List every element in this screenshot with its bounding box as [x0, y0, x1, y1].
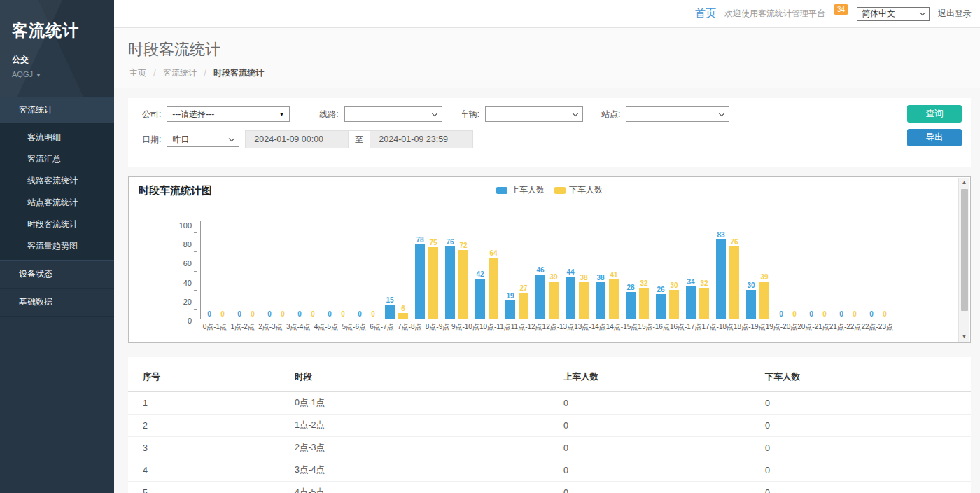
notification-badge[interactable]: 34	[834, 4, 848, 15]
x-axis-label: 7点-8点	[396, 319, 424, 332]
table-cell: 0	[558, 482, 760, 493]
sidebar-item-2[interactable]: 客流汇总	[0, 148, 114, 170]
company-select[interactable]: ---请选择--- ▼	[167, 106, 290, 122]
breadcrumb-home[interactable]: 主页	[130, 68, 146, 78]
bar-column: 76	[729, 238, 739, 319]
bar-value-label: 32	[640, 279, 648, 287]
sidebar-item-1[interactable]: 客流明细	[0, 127, 114, 148]
bar-value-label: 72	[459, 242, 467, 249]
table-row: 43点-4点00	[128, 459, 971, 482]
bar	[489, 258, 498, 319]
topbar: 首页 欢迎使用客流统计管理平台 34 简体中文 退出登录	[114, 0, 980, 28]
table-cell: 0	[760, 459, 971, 482]
bar-column: 15	[385, 296, 395, 319]
bar	[729, 246, 739, 319]
y-tick-label: 40	[183, 279, 192, 287]
sidebar-item-3[interactable]: 线路客流统计	[0, 170, 114, 192]
sidebar-item-5[interactable]: 时段客流统计	[0, 214, 114, 235]
bar-column: 27	[519, 284, 528, 319]
filter-row-1: 公司: ---请选择--- ▼ 线路: 车辆: 站点:	[142, 106, 960, 122]
bar-group: 00	[773, 310, 803, 319]
bar-group: 3841	[592, 271, 622, 319]
scrollbar-thumb[interactable]	[961, 189, 968, 311]
legend-item-1[interactable]: 下车人数	[554, 184, 603, 196]
bar-column: 30	[746, 282, 756, 319]
legend-label: 下车人数	[569, 184, 603, 196]
bar	[746, 290, 756, 319]
language-select[interactable]: 简体中文	[857, 7, 930, 21]
sidebar-section-passenger-flow[interactable]: 客流统计	[0, 97, 114, 124]
bar-group: 156	[382, 296, 412, 319]
logout-link[interactable]: 退出登录	[938, 8, 972, 20]
bar-value-label: 38	[580, 274, 587, 282]
bar-value-label: 0	[298, 310, 302, 318]
x-axis-label: 10点-11点	[479, 319, 511, 332]
breadcrumb-passenger-flow[interactable]: 客流统计	[163, 68, 197, 78]
filter-row-2: 日期: 昨日 2024-01-09 00:00 至 2024-01-09 23:…	[142, 130, 960, 148]
table-header-2: 上车人数	[558, 364, 760, 392]
bar-value-label: 42	[476, 270, 484, 278]
vehicle-select[interactable]	[485, 106, 583, 122]
chart-yaxis: 020406080100	[169, 221, 197, 321]
bar-column: 26	[656, 286, 666, 319]
bar-column: 0	[355, 310, 365, 319]
bar-group: 4639	[532, 266, 562, 319]
table-cell: 0	[558, 459, 760, 482]
station-select[interactable]	[626, 106, 729, 122]
bar	[699, 288, 709, 319]
chevron-down-icon	[431, 110, 437, 116]
page-title: 时段客流统计	[128, 39, 966, 60]
line-select[interactable]	[344, 106, 442, 122]
bar	[519, 293, 528, 319]
scroll-down-icon[interactable]: ▼	[962, 332, 967, 342]
bar-value-label: 0	[251, 310, 255, 318]
y-tick-mark	[194, 251, 197, 252]
bar	[415, 244, 425, 319]
bar-value-label: 34	[687, 278, 694, 286]
bar	[428, 247, 438, 319]
scroll-up-icon[interactable]: ▲	[962, 178, 967, 188]
bar-value-label: 0	[371, 310, 375, 318]
x-axis-label: 15点-16点	[638, 319, 670, 332]
bar-value-label: 0	[792, 310, 797, 318]
y-tick-mark	[194, 232, 197, 233]
bar-column: 32	[699, 279, 709, 319]
export-button[interactable]: 导出	[907, 129, 962, 146]
y-tick-label: 80	[183, 240, 192, 249]
chevron-down-icon	[920, 10, 925, 15]
legend-item-0[interactable]: 上车人数	[496, 184, 545, 196]
bar-value-label: 0	[328, 310, 332, 318]
bar-column: 46	[536, 266, 545, 319]
chart-bars: 0000000000001567875767242641927463944383…	[200, 221, 893, 319]
bar	[536, 275, 545, 319]
chart-scrollbar[interactable]: ▲ ▼	[958, 178, 969, 342]
org-code-dropdown[interactable]: AQGJ▼	[0, 66, 114, 88]
bar-column: 19	[505, 292, 515, 319]
bar-column: 0	[295, 310, 304, 319]
bar-group: 00	[803, 310, 833, 319]
bar	[596, 282, 606, 319]
bar-group: 00	[351, 310, 382, 319]
date-from-input[interactable]: 2024-01-09 00:00	[245, 130, 349, 148]
sidebar-item-基础数据[interactable]: 基础数据	[0, 289, 114, 317]
query-button[interactable]: 查询	[907, 105, 962, 123]
table-header-1: 时段	[289, 364, 558, 392]
y-tick-label: 0	[188, 317, 192, 325]
bar	[566, 277, 575, 319]
date-preset-select[interactable]: 昨日	[167, 132, 239, 147]
date-to-input[interactable]: 2024-01-09 23:59	[370, 130, 473, 148]
y-tick-mark	[194, 309, 197, 310]
sidebar-item-设备状态[interactable]: 设备状态	[0, 260, 114, 289]
table-cell: 0	[558, 437, 760, 459]
sidebar-item-6[interactable]: 客流量趋势图	[0, 235, 114, 257]
table-cell: 5	[128, 482, 289, 493]
x-axis-label: 5点-6点	[340, 319, 368, 332]
x-axis-label: 8点-9点	[424, 319, 451, 332]
sidebar-item-4[interactable]: 站点客流统计	[0, 192, 114, 214]
chart-legend: 上车人数下车人数	[496, 184, 603, 196]
bar-value-label: 27	[519, 284, 527, 292]
home-link[interactable]: 首页	[695, 7, 716, 20]
bar-value-label: 6	[401, 305, 405, 312]
table-cell: 0	[760, 482, 971, 493]
bar-value-label: 0	[779, 310, 783, 318]
